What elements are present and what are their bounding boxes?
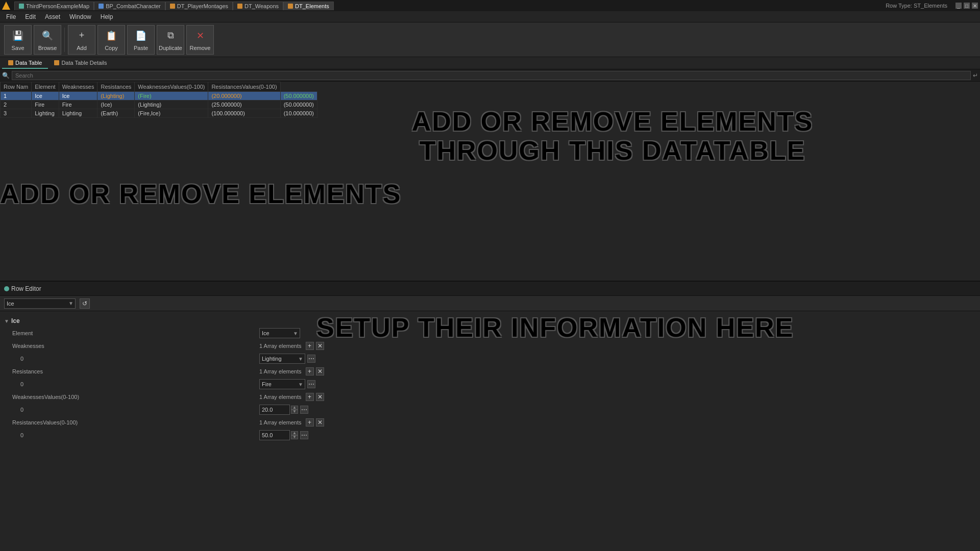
title-tab-bp_combatcharacter[interactable]: BP_CombatCharacter [94, 2, 165, 10]
table-cell: (Lighting) [97, 92, 135, 101]
resvals-input[interactable] [259, 430, 290, 440]
prop-row-resvals-header: ResistancesValues(0-100) 1 Array element… [4, 416, 976, 429]
section-collapse-icon[interactable]: ▼ [4, 318, 9, 324]
weaknesses-expand-button[interactable]: ⋯ [307, 355, 315, 363]
overlay-line2: THROUGH THIS DATATABLE [245, 136, 980, 165]
resistances-remove-button[interactable]: ✕ [316, 367, 324, 375]
title-tab-dt_playermontages[interactable]: DT_PlayerMontages [165, 2, 233, 10]
overlay-line1: ADD OR REMOVE ELEMENTS [245, 107, 980, 136]
resvals-index-label: 0 [4, 432, 259, 438]
title-tab-dt_elements[interactable]: DT_Elements [283, 2, 334, 10]
toolbar-btn-browse[interactable]: 🔍Browse [34, 25, 61, 55]
overlay-text-main: ADD OR REMOVE ELEMENTS THROUGH THIS DATA… [245, 107, 980, 165]
table-cell: (20.000000) [208, 92, 280, 101]
title-tab-thirdpersonexamplemap[interactable]: ThirdPersonExampleMap [14, 2, 94, 10]
table-cell: (Earth) [97, 109, 135, 118]
toolbar-btn-save[interactable]: 💾Save [4, 25, 32, 55]
table-row[interactable]: 1IceIce(Lighting)(Fire)(20.000000)(50.00… [1, 92, 317, 101]
menu-item-window[interactable]: Window [65, 12, 95, 21]
weakvals-input[interactable] [259, 405, 290, 415]
close-button[interactable]: ✕ [972, 3, 978, 9]
weaknesses-index-label: 0 [4, 356, 259, 362]
weakvals-add-button[interactable]: + [306, 393, 314, 401]
data-table-area: Row NamElementWeaknessesResistancesWeakn… [0, 82, 980, 281]
weakvals-down-button[interactable]: ▼ [291, 410, 298, 414]
toolbar-btn-remove[interactable]: ✕Remove [186, 25, 214, 55]
table-cell: (50.000000) [280, 92, 317, 101]
resistances-select-wrapper: Fire Ice Lighting Earth ▼ [259, 379, 305, 389]
element-select[interactable]: Ice Fire Lighting Earth [259, 328, 300, 338]
menu-bar: FileEditAssetWindowHelp [0, 11, 980, 22]
table-row[interactable]: 2FireFire(Ice)(Lighting)(25.000000)(50.0… [1, 101, 317, 109]
weaknesses-add-button[interactable]: + [306, 342, 314, 350]
row-selector[interactable]: IceFireLighting [4, 298, 76, 309]
ue-logo-icon [2, 2, 10, 10]
copy-icon: 📋 [104, 29, 118, 43]
resistances-select[interactable]: Fire Ice Lighting Earth [259, 379, 305, 389]
table-cell: (Fire) [135, 92, 208, 101]
toolbar-btn-add[interactable]: +Add [68, 25, 95, 55]
search-submit-icon[interactable]: ↵ [973, 72, 978, 79]
weaknesses-select-wrapper: Lighting Fire Ice Earth ▼ [259, 354, 305, 364]
weakvals-expand-button[interactable]: ⋯ [300, 406, 308, 414]
search-input[interactable] [12, 71, 971, 80]
toolbar: 💾Save🔍Browse+Add📋Copy📄Paste⧉Duplicate✕Re… [0, 22, 980, 57]
resvals-label: ResistancesValues(0-100) [4, 419, 259, 425]
prop-row-weaknesses-header: Weaknesses 1 Array elements + ✕ [4, 340, 976, 352]
table-cell: 1 [1, 92, 32, 101]
menu-item-asset[interactable]: Asset [41, 12, 64, 21]
toolbar-btn-copy[interactable]: 📋Copy [97, 25, 125, 55]
menu-item-help[interactable]: Help [96, 12, 117, 21]
toolbar-btn-duplicate[interactable]: ⧉Duplicate [157, 25, 184, 55]
minimize-button[interactable]: _ [955, 3, 962, 9]
resistances-add-button[interactable]: + [306, 367, 314, 375]
table-cell: (10.000000) [280, 109, 317, 118]
table-row[interactable]: 3LightingLighting(Earth)(Fire,Ice)(100.0… [1, 109, 317, 118]
resvals-down-button[interactable]: ▼ [291, 435, 298, 439]
browse-icon: 🔍 [40, 29, 55, 43]
resvals-0-value: ▲ ▼ ⋯ [259, 430, 976, 440]
tab-label: DT_Elements [295, 3, 329, 9]
resvals-add-button[interactable]: + [306, 418, 314, 427]
prop-row-weaknesses-0: 0 Lighting Fire Ice Earth ▼ ⋯ [4, 352, 976, 365]
tab-icon-map [19, 4, 24, 9]
prop-row-element: Element Ice Fire Lighting Earth ▼ [4, 327, 976, 340]
row-editor-icon [4, 286, 9, 291]
toolbar-separator [64, 28, 65, 52]
table-header-row: Row NamElementWeaknessesResistancesWeakn… [1, 82, 317, 92]
toolbar-btn-label: Save [11, 45, 24, 51]
duplicate-icon: ⧉ [163, 29, 178, 43]
row-editor-header: Row Editor [0, 282, 980, 296]
tab-data-table-details-label: Data Table Details [61, 60, 107, 66]
toolbar-btn-label: Paste [134, 45, 148, 51]
title-tab-dt_weapons[interactable]: DT_Weapons [233, 2, 283, 10]
toolbar-btn-paste[interactable]: 📄Paste [127, 25, 155, 55]
tab-data-table-details[interactable]: Data Table Details [48, 58, 113, 69]
properties-area: ▼ Ice Element Ice Fire Lighting Earth ▼ [0, 311, 980, 551]
prop-section-label: Ice [11, 317, 20, 324]
prop-row-resvals-0: 0 ▲ ▼ ⋯ [4, 429, 976, 442]
tab-data-table[interactable]: Data Table [2, 58, 48, 69]
window-controls: _ □ ✕ [955, 3, 978, 9]
menu-item-edit[interactable]: Edit [21, 12, 40, 21]
toolbar-btn-label: Browse [38, 45, 57, 51]
resvals-remove-button[interactable]: ✕ [316, 418, 324, 427]
weakvals-number-wrapper: ▲ ▼ [259, 405, 298, 415]
weaknesses-select[interactable]: Lighting Fire Ice Earth [259, 354, 305, 364]
resvals-expand-button[interactable]: ⋯ [300, 431, 308, 439]
table-cell: Fire [32, 101, 59, 109]
resistances-expand-button[interactable]: ⋯ [307, 380, 315, 388]
tab-label: DT_Weapons [244, 3, 279, 9]
search-bar: 🔍 ↵ [0, 69, 980, 82]
remove-icon: ✕ [193, 29, 207, 43]
table-cell: (100.000000) [208, 109, 280, 118]
maximize-button[interactable]: □ [964, 3, 970, 9]
table-cell: Ice [32, 92, 59, 101]
prop-row-weakvals-0: 0 ▲ ▼ ⋯ [4, 403, 976, 416]
menu-item-file[interactable]: File [2, 12, 20, 21]
weaknesses-array-count: 1 Array elements [259, 343, 302, 349]
data-table-tab-icon [8, 60, 13, 65]
row-nav-button[interactable]: ↺ [80, 298, 90, 309]
weakvals-remove-button[interactable]: ✕ [316, 393, 324, 401]
weaknesses-remove-button[interactable]: ✕ [316, 342, 324, 350]
